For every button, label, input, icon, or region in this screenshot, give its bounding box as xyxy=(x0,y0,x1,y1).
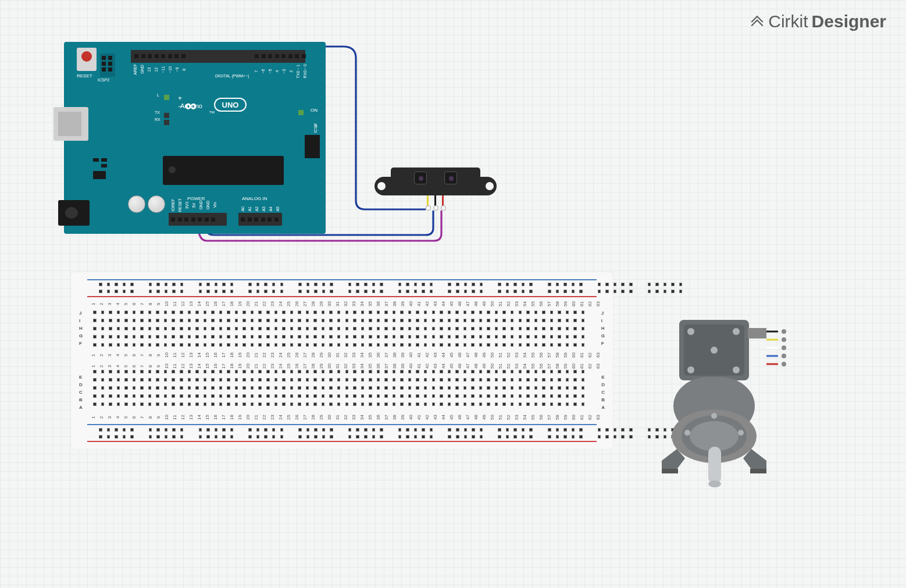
svg-point-28 xyxy=(708,480,721,487)
tm-label: TM xyxy=(209,111,215,114)
digital-labels-left: AREFGND1312~11~10~98 xyxy=(133,64,186,75)
arduino-brand-text: Arduino xyxy=(180,102,202,109)
on-led-label: ON xyxy=(311,108,318,113)
led-RX xyxy=(164,117,169,127)
logo-product: Designer xyxy=(812,12,886,31)
svg-point-13 xyxy=(782,329,786,334)
svg-point-23 xyxy=(738,430,744,436)
usb-port xyxy=(53,107,88,141)
reset-label: RESET xyxy=(77,73,92,79)
rail-blue-top xyxy=(87,279,597,280)
svg-point-7 xyxy=(711,347,718,354)
power-pins xyxy=(171,218,215,222)
rail-red-bottom xyxy=(87,441,597,442)
bb-row-letters-top: JIHGF xyxy=(79,311,83,347)
logo-icon xyxy=(750,15,765,30)
svg-rect-27 xyxy=(708,447,721,484)
arduino-uno[interactable]: RESET ICSP2 AREFGND1312~11~10~98 7~6~54~… xyxy=(64,42,326,234)
led-L xyxy=(164,92,169,102)
led-RX-label: RX xyxy=(155,117,160,122)
analog-labels: A0A1A2A3A4A5 xyxy=(240,206,280,212)
analog-section-label: ANALOG IN xyxy=(242,196,267,201)
sensor-pin-vcc xyxy=(442,195,444,208)
svg-rect-25 xyxy=(662,469,678,473)
icsp2-header xyxy=(100,54,115,77)
svg-point-14 xyxy=(782,337,786,342)
smd-components xyxy=(93,158,110,187)
sensor-body xyxy=(391,168,480,195)
sensor-mount-right xyxy=(478,177,497,195)
bb-column-numbers: 1234567891011121314151617181920212223242… xyxy=(92,352,601,358)
sensor-pin-signal xyxy=(427,195,429,208)
sensor-receiver xyxy=(444,172,457,184)
svg-point-3 xyxy=(687,328,694,335)
icsp-header xyxy=(305,135,320,158)
led-L-label: L xyxy=(157,93,159,97)
atmega-chip xyxy=(163,156,284,185)
ir-sensor[interactable] xyxy=(374,163,497,204)
bb-column-numbers-top: 1234567891011121314151617181920212223242… xyxy=(92,301,601,307)
svg-rect-26 xyxy=(750,469,766,473)
svg-rect-2 xyxy=(748,328,766,338)
gearmotor[interactable] xyxy=(662,314,819,500)
rail-red-top xyxy=(87,296,597,297)
icsp2-label: ICSP2 xyxy=(98,78,109,82)
capacitor xyxy=(148,195,165,213)
svg-point-17 xyxy=(782,362,786,366)
gearmotor-icon xyxy=(662,314,819,500)
digital-pins-left xyxy=(134,54,186,58)
app-logo: Cirkit Designer xyxy=(750,12,886,31)
bb-row-letters-bottom: EDCBA xyxy=(601,375,605,411)
bb-row-letters-bottom: EDCBA xyxy=(79,375,83,411)
svg-point-22 xyxy=(684,430,690,436)
bb-column-numbers: 1234567891011121314151617181920212223242… xyxy=(92,364,601,369)
svg-point-16 xyxy=(782,354,786,358)
breadboard[interactable]: 1234567891011121314151617181920212223242… xyxy=(71,272,613,449)
svg-point-15 xyxy=(782,345,786,350)
led-on xyxy=(298,107,304,117)
sensor-emitter xyxy=(414,172,427,184)
capacitor xyxy=(128,195,145,213)
digital-pins-right xyxy=(255,54,306,58)
svg-point-6 xyxy=(733,366,740,373)
svg-point-24 xyxy=(711,413,717,419)
barrel-jack xyxy=(58,200,90,226)
svg-point-4 xyxy=(733,328,740,335)
uno-badge: UNO xyxy=(214,98,247,112)
bb-row-letters-top: JIHGF xyxy=(601,311,605,347)
power-section-label: POWER xyxy=(187,196,205,201)
digital-pwm-label: DIGITAL (PWM=~) xyxy=(215,74,249,78)
digital-labels-right: 7~6~54~32TX0→1RX0←0 xyxy=(254,64,307,79)
logo-brand: Cirkit xyxy=(768,12,808,31)
sensor-pin-gnd xyxy=(434,195,436,208)
svg-point-5 xyxy=(687,366,694,373)
led-TX-label: TX xyxy=(155,111,160,115)
rail-blue-bottom xyxy=(87,424,597,425)
reset-button xyxy=(77,48,97,71)
analog-pins xyxy=(241,218,279,222)
bb-column-numbers-bottom: 1234567891011121314151617181920212223242… xyxy=(92,415,601,420)
